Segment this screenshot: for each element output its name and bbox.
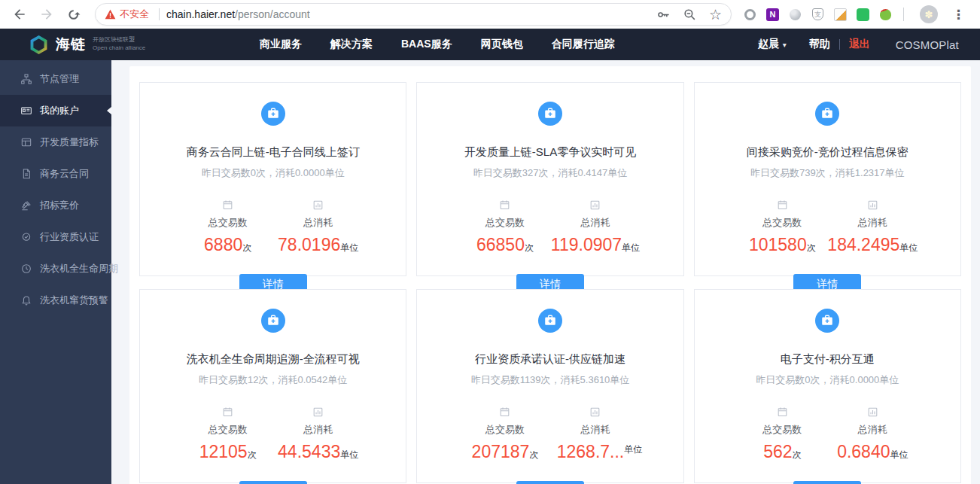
card-yesterday-stats: 昨日交易数0次，消耗0.0000单位: [695, 373, 960, 387]
extension-sphere-icon[interactable]: [789, 8, 802, 21]
card-stats: 总交易数 66850次 总消耗 119.0907单位: [460, 199, 641, 255]
browser-toolbar: 不安全 chain.haier.net/person/account ☆ N 支…: [0, 0, 980, 29]
sidebar-item-label: 洗衣机全生命周期: [40, 262, 118, 275]
consumption-value: 184.2495: [827, 235, 899, 254]
transactions-stat: 总交易数 12105次: [183, 406, 273, 462]
card-yesterday-stats: 昨日交易数327次，消耗0.4147单位: [417, 166, 683, 180]
consumption-value: 0.6840: [837, 442, 890, 461]
platform-label: COSMOPlat: [896, 38, 959, 51]
briefcase-icon: [261, 309, 285, 333]
briefcase-icon: [261, 102, 285, 126]
logout-link[interactable]: 退出: [849, 38, 870, 51]
bar-chart-icon: [273, 199, 364, 212]
detail-button[interactable]: 详情: [793, 481, 861, 484]
sidebar-item[interactable]: 洗衣机窜货预警: [0, 285, 111, 316]
transactions-label: 总交易数: [737, 216, 827, 230]
menu-item-label: 商业服务: [260, 38, 302, 50]
extensions-row: N 支 ✽ ⋮: [744, 5, 969, 23]
bookmark-star-icon[interactable]: ☆: [709, 8, 722, 22]
consumption-unit: 单位: [340, 449, 358, 460]
bar-chart-icon: [827, 199, 918, 212]
app-topnav: 海链 开放区块链联盟 Open chain alliance 商业服务 解决方案…: [0, 29, 980, 60]
url-text[interactable]: chain.haier.net/person/account: [166, 8, 644, 20]
sidebar-item-label: 洗衣机窜货预警: [40, 294, 108, 307]
calendar-icon: [183, 406, 273, 419]
bar-chart-icon: [273, 406, 364, 419]
contract-doc-icon: [20, 168, 32, 180]
sidebar-item[interactable]: 招标竞价: [0, 190, 111, 221]
sidebar-item[interactable]: 洗衣机全生命周期: [0, 253, 111, 285]
profile-avatar[interactable]: ✽: [920, 5, 938, 23]
sidebar-item[interactable]: 节点管理: [0, 63, 111, 95]
transactions-stat: 总交易数 562次: [737, 406, 827, 462]
browser-forward-button[interactable]: [36, 4, 57, 25]
sidebar-item[interactable]: 开发质量指标: [0, 126, 111, 158]
topnav-menu-item[interactable]: 网页钱包: [467, 38, 537, 51]
detail-button[interactable]: 详情: [239, 481, 307, 484]
alipay-shield-icon[interactable]: 支: [811, 8, 824, 21]
calendar-icon: [737, 199, 827, 212]
transactions-value: 12105: [199, 442, 248, 461]
briefcase-icon: [538, 102, 562, 126]
consumption-label: 总消耗: [273, 216, 364, 230]
extension-ring-icon[interactable]: [744, 8, 756, 21]
chevron-down-icon: ▾: [783, 41, 787, 49]
help-link[interactable]: 帮助: [809, 38, 830, 51]
zoom-out-icon[interactable]: [683, 8, 697, 22]
transactions-label: 总交易数: [460, 216, 550, 230]
service-card: 开发质量上链-SLA零争议实时可见 昨日交易数327次，消耗0.4147单位 总…: [416, 82, 683, 276]
sidebar-item[interactable]: 行业资质认证: [0, 221, 111, 253]
topnav-menu-item[interactable]: 解决方案: [316, 38, 387, 51]
consumption-stat: 总消耗 1268.7...单位: [550, 406, 641, 462]
card-yesterday-stats: 昨日交易数1139次，消耗5.3610单位: [417, 373, 683, 387]
sidebar-item[interactable]: 我的账户: [0, 95, 111, 126]
briefcase-icon: [815, 102, 839, 126]
address-bar[interactable]: 不安全 chain.haier.net/person/account ☆: [95, 3, 732, 26]
topnav-menu-item[interactable]: 合同履行追踪: [537, 38, 629, 51]
notes-extension-icon[interactable]: [834, 8, 847, 21]
consumption-value: 44.5433: [278, 442, 340, 461]
transactions-value: 562: [763, 442, 792, 461]
service-card: 商务云合同上链-电子合同线上签订 昨日交易数0次，消耗0.0000单位 总交易数…: [139, 82, 406, 276]
brand-subtitle-cn: 开放区块链联盟: [93, 36, 135, 43]
topnav-right: 赵晨 ▾ 帮助 退出 COSMOPlat: [758, 38, 959, 51]
brand[interactable]: 海链 开放区块链联盟 Open chain alliance: [29, 35, 179, 55]
detail-button[interactable]: 详情: [516, 481, 584, 484]
password-key-icon[interactable]: [656, 8, 671, 22]
calendar-icon: [460, 406, 550, 419]
consumption-value: 78.0196: [278, 235, 340, 254]
security-warning-label[interactable]: 不安全: [120, 8, 149, 21]
quality-metrics-icon: [20, 136, 32, 148]
transactions-unit: 次: [529, 449, 538, 460]
parrot-extension-icon[interactable]: [879, 8, 892, 21]
gavel-icon: [20, 199, 32, 212]
consumption-unit: 单位: [340, 242, 358, 253]
brand-subtitle: 开放区块链联盟 Open chain alliance: [93, 36, 145, 53]
topnav-menu-item[interactable]: BAAS服务: [387, 38, 467, 51]
card-yesterday-stats: 昨日交易数739次，消耗1.2317单位: [695, 166, 960, 180]
topnav-menu-item[interactable]: 商业服务: [245, 38, 316, 51]
onenote-extension-icon[interactable]: N: [766, 8, 779, 21]
toolbar-divider: [903, 8, 904, 21]
transactions-label: 总交易数: [737, 423, 827, 437]
browser-reload-button[interactable]: [63, 4, 84, 25]
transactions-unit: 次: [242, 242, 251, 253]
nav-divider: [839, 39, 840, 50]
transactions-stat: 总交易数 207187次: [460, 406, 550, 462]
reload-icon: [67, 8, 81, 22]
consumption-value: 119.0907: [551, 235, 622, 254]
browser-back-button[interactable]: [9, 4, 30, 25]
card-stats: 总交易数 101580次 总消耗 184.2495单位: [737, 199, 918, 255]
browser-menu-icon[interactable]: ⋮: [948, 7, 969, 23]
user-menu[interactable]: 赵晨 ▾: [758, 38, 787, 51]
bar-chart-icon: [550, 406, 641, 419]
card-yesterday-stats: 昨日交易数12次，消耗0.0542单位: [140, 373, 406, 387]
brand-name: 海链: [56, 35, 86, 54]
consumption-unit: 单位: [624, 444, 634, 455]
transactions-stat: 总交易数 66850次: [460, 199, 550, 255]
warning-triangle-icon: [105, 9, 116, 20]
evernote-extension-icon[interactable]: [857, 8, 869, 21]
transactions-unit: 次: [807, 242, 816, 253]
sidebar-item[interactable]: 商务云合同: [0, 158, 111, 190]
calendar-icon: [460, 199, 550, 212]
